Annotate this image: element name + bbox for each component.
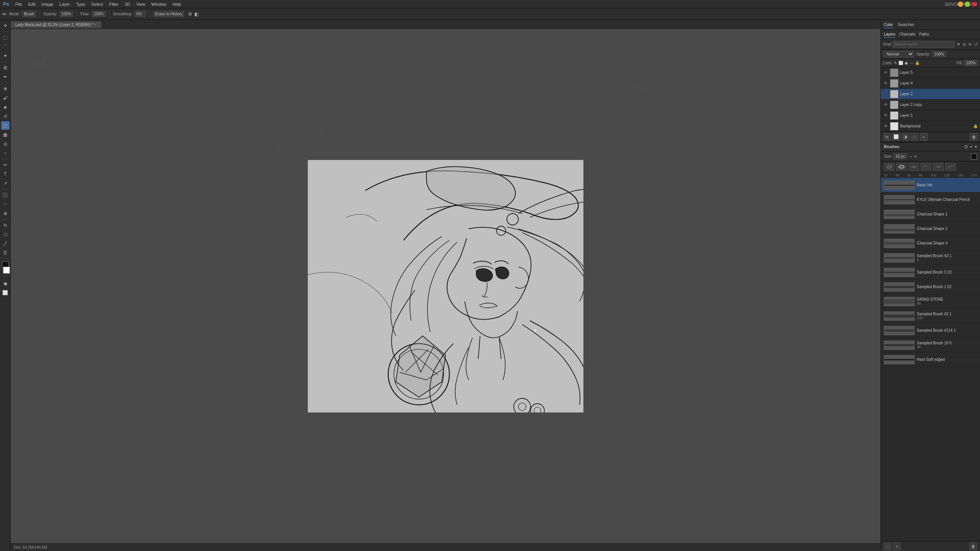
layer-mask-btn[interactable]: ⬜ xyxy=(892,133,900,141)
lock-pixel-icon[interactable]: ⬜ xyxy=(898,61,903,65)
brush-item-sampled196[interactable]: Sampled Brush 19 6 35 xyxy=(881,338,980,352)
brush-item-charcoal1[interactable]: Charcoal Shape 1 xyxy=(881,207,980,222)
layer-eye-2[interactable]: ○ xyxy=(883,91,889,97)
layer-row-5[interactable]: 👁 Layer 5 xyxy=(881,67,980,78)
lock-draw-icon[interactable]: ✎ xyxy=(894,61,897,65)
smoothing-input[interactable]: 0% xyxy=(134,11,146,17)
brush-item-hard-soft[interactable]: Hard Soft edged xyxy=(881,352,980,367)
menu-filter[interactable]: Filter xyxy=(106,1,121,7)
tab-channels[interactable]: Channels xyxy=(899,31,915,37)
filter-icon[interactable]: ▼ xyxy=(956,42,961,47)
eye-icon[interactable]: 👁 xyxy=(968,42,972,47)
layer-row-4[interactable]: 👁 Layer 4 xyxy=(881,78,980,89)
layer-eye-4[interactable]: 👁 xyxy=(883,81,889,86)
brush-preset-5[interactable] xyxy=(933,163,944,171)
brush-options-icon[interactable]: ⚙ xyxy=(188,11,192,17)
quick-mask[interactable]: ◉ xyxy=(1,279,10,288)
fill-value[interactable]: 100% xyxy=(964,60,978,66)
brush-preset-soft[interactable] xyxy=(896,163,907,171)
opacity-input[interactable]: 100% xyxy=(60,11,74,17)
menu-window[interactable]: Window xyxy=(148,1,169,7)
measure-tool[interactable]: ╱ xyxy=(1,240,10,248)
crop-tool[interactable]: ⊞ xyxy=(1,64,10,72)
lock-artboard-icon[interactable]: → xyxy=(910,61,913,65)
new-brush-group-btn[interactable]: □ xyxy=(884,543,892,550)
new-group-btn[interactable]: □ xyxy=(911,133,918,141)
layer-row-1[interactable]: 👁 Layer 1 xyxy=(881,110,980,121)
lasso-tool[interactable]: ⌒ xyxy=(1,42,10,51)
layer-eye-5[interactable]: 👁 xyxy=(883,70,889,75)
brush-item-sampled1141[interactable]: Sampled Brush #114 1 xyxy=(881,323,980,338)
layer-styles-btn[interactable]: fx xyxy=(883,133,891,141)
dodge-tool[interactable]: ○ xyxy=(1,149,10,157)
pen-tool[interactable]: ✏ xyxy=(1,161,10,169)
new-layer-btn[interactable]: + xyxy=(920,133,928,141)
size-inc-btn[interactable]: + xyxy=(914,154,917,159)
rotate-view-tool[interactable]: ↻ xyxy=(1,221,10,230)
size-dec-btn[interactable]: − xyxy=(909,154,912,159)
pin-icon[interactable]: ⊕ xyxy=(962,42,966,47)
refresh-icon[interactable]: ↺ xyxy=(974,42,978,47)
path-selection[interactable]: ↗ xyxy=(1,179,10,187)
layer-eye-2-copy[interactable]: 👁 xyxy=(883,102,889,108)
gradient-tool[interactable]: ▦ xyxy=(1,130,10,139)
layers-search[interactable] xyxy=(892,41,955,48)
eraser-tool[interactable]: ◻ xyxy=(1,121,10,130)
layer-row-2-copy[interactable]: 👁 Layer 2 copy xyxy=(881,99,980,110)
tab-swatches[interactable]: Swatches xyxy=(898,21,914,28)
menu-edit[interactable]: Edit xyxy=(25,1,39,7)
layer-eye-bg[interactable]: 👁 xyxy=(883,124,889,129)
menu-type[interactable]: Type xyxy=(73,1,88,7)
blend-mode-select[interactable]: Normal xyxy=(883,51,914,57)
3d-tool[interactable]: ⬡ xyxy=(1,230,10,239)
brush-preset-round[interactable] xyxy=(884,163,895,171)
menu-view[interactable]: View xyxy=(133,1,149,7)
brush-preset-flat[interactable] xyxy=(908,163,919,171)
screen-mode[interactable]: ⬜ xyxy=(1,289,10,297)
layer-row-2[interactable]: ○ Layer 2 xyxy=(881,89,980,99)
shape-tool[interactable]: ⬛ xyxy=(1,191,10,199)
brush-tool[interactable]: 🖌 xyxy=(1,94,10,102)
brush-item-charcoal4[interactable]: Charcoal Shape 4 xyxy=(881,236,980,251)
layer-eye-1[interactable]: 👁 xyxy=(883,113,889,118)
brushes-panel-menu-icon[interactable]: ≡ xyxy=(970,145,972,149)
brush-item-kyle[interactable]: KYLE Ultimate Charcoal Pencil xyxy=(881,192,980,207)
layer-row-bg[interactable]: 👁 Background 🔒 xyxy=(881,121,980,132)
text-tool[interactable]: T xyxy=(1,170,10,178)
brush-item-basic-ink[interactable]: Basic Ink xyxy=(881,178,980,192)
delete-layer-btn[interactable]: 🗑 xyxy=(970,133,978,141)
selection-tool[interactable]: ⬚ xyxy=(1,33,10,42)
menu-help[interactable]: Help xyxy=(169,1,184,7)
brush-item-grindstone[interactable]: GRIND STONE 68 xyxy=(881,294,980,309)
tab-layers[interactable]: Layers xyxy=(884,31,895,38)
tab-close-icon[interactable]: × xyxy=(95,23,97,27)
blur-tool[interactable]: ◎ xyxy=(1,140,10,148)
magic-wand-tool[interactable]: ✦ xyxy=(1,52,10,60)
brush-item-sampled21[interactable]: Sampled Brush #2 1 100 xyxy=(881,309,980,323)
layer-adjustment-btn[interactable]: ◑ xyxy=(902,133,909,141)
tab-color[interactable]: Color xyxy=(884,21,893,28)
history-brush-tool[interactable]: ↺ xyxy=(1,112,10,121)
brush-item-sampled323[interactable]: Sampled Brush 3 23 xyxy=(881,265,980,280)
eyedropper-tool[interactable]: ✒ xyxy=(1,73,10,81)
erase-to-history-btn[interactable]: Erase to History xyxy=(153,11,184,17)
menu-file[interactable]: File xyxy=(12,1,25,7)
hand-tool[interactable]: ☞ xyxy=(1,200,10,209)
note-tool[interactable]: ☰ xyxy=(1,249,10,257)
zoom-tool[interactable]: ⊕ xyxy=(1,209,10,218)
menu-layer[interactable]: Layer xyxy=(56,1,73,7)
delete-brush-btn[interactable]: 🗑 xyxy=(969,543,977,550)
brush-preset-scatter[interactable] xyxy=(921,163,931,171)
move-tool[interactable]: ✛ xyxy=(1,21,10,30)
lock-all-icon[interactable]: 🔒 xyxy=(915,61,920,65)
menu-image[interactable]: Image xyxy=(39,1,57,7)
brush-item-sampled152[interactable]: Sampled Brush 1 52 xyxy=(881,280,980,294)
new-brush-btn[interactable]: + xyxy=(893,543,901,550)
size-value[interactable]: 15 px xyxy=(893,153,906,159)
artwork-canvas[interactable]: RRCG 人人素材 RRCG 人人素材 RRCG RRCG 人人素材 人人素材 xyxy=(308,160,583,412)
color-swatch[interactable] xyxy=(971,153,977,160)
menu-3d[interactable]: 3D xyxy=(122,1,133,7)
lock-position-icon[interactable]: ◉ xyxy=(905,61,908,65)
brush-preset-6[interactable] xyxy=(945,163,956,171)
tool-options-icon[interactable]: ◧ xyxy=(194,11,199,17)
